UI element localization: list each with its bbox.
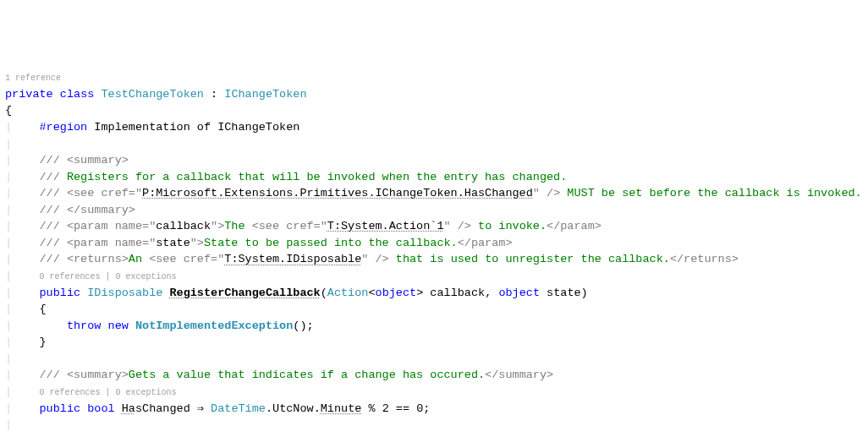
empty-parens: (); bbox=[293, 320, 313, 332]
arrow: ⇒ bbox=[190, 402, 211, 415]
code-editor[interactable]: 1 reference private class TestChangeToke… bbox=[5, 69, 863, 437]
region-directive[interactable]: #region bbox=[40, 121, 88, 134]
type-notimplementedexception: NotImplementedException bbox=[135, 320, 293, 332]
see-close: " /> bbox=[361, 253, 388, 265]
see-open: <see cref=" bbox=[67, 187, 142, 199]
summary-text: MUST be set before the callback is invok… bbox=[560, 187, 861, 199]
codelens-references[interactable]: 0 references | 0 exceptions bbox=[40, 272, 177, 281]
property-haschanged-rest: sChanged bbox=[135, 402, 190, 415]
member-minute: Minute bbox=[321, 402, 362, 415]
property-haschanged: Ha bbox=[122, 402, 135, 415]
keyword-throw: throw bbox=[67, 320, 102, 332]
cref-haschanged[interactable]: P:Microsoft.Extensions.Primitives.IChang… bbox=[142, 187, 533, 199]
xml-doc: /// bbox=[40, 204, 67, 216]
comma: , bbox=[485, 287, 498, 299]
xml-doc: /// bbox=[40, 171, 67, 183]
space bbox=[540, 287, 547, 299]
colon: : bbox=[204, 88, 224, 101]
returns-text: An bbox=[129, 253, 149, 265]
member-utcnow: UtcNow bbox=[272, 402, 314, 415]
param-open: <param name=" bbox=[67, 237, 156, 249]
param-close: </param> bbox=[458, 237, 513, 249]
returns-text: that is used to unregister the callback. bbox=[389, 253, 670, 265]
keyword-object: object bbox=[498, 287, 540, 299]
type-ichangetoken: IChangeToken bbox=[224, 88, 306, 101]
open-brace: { bbox=[5, 104, 12, 117]
param-mid: "> bbox=[211, 220, 224, 232]
xml-summary-open: <summary> bbox=[67, 154, 129, 167]
see-open: <see cref=" bbox=[252, 220, 327, 232]
xml-doc: /// bbox=[40, 220, 67, 232]
codelens-references[interactable]: 0 references | 0 exceptions bbox=[40, 388, 177, 397]
param-text: to invoke. bbox=[471, 220, 547, 232]
xml-doc: /// bbox=[40, 369, 67, 381]
xml-doc: /// bbox=[40, 154, 67, 167]
xml-summary-close: </summary> bbox=[67, 204, 135, 216]
keyword-object: object bbox=[376, 287, 417, 299]
open-brace: { bbox=[40, 303, 47, 315]
param-close: </param> bbox=[547, 220, 602, 232]
type-testchangetoken: TestChangeToken bbox=[101, 88, 204, 101]
rparen: ) bbox=[581, 287, 588, 299]
xml-doc: /// bbox=[40, 187, 67, 199]
type-idisposable: IDisposable bbox=[87, 287, 162, 299]
returns-open: <returns> bbox=[67, 253, 129, 265]
lparen: ( bbox=[321, 287, 327, 299]
dot: . bbox=[266, 402, 272, 415]
param-text: The bbox=[224, 220, 251, 232]
keyword-public: public bbox=[40, 287, 81, 299]
keyword-private: private bbox=[5, 88, 53, 101]
param-name: state bbox=[156, 237, 190, 249]
angle: < bbox=[368, 287, 375, 299]
summary-text: Gets a value that indicates if a change … bbox=[129, 369, 485, 381]
param-open: <param name=" bbox=[67, 220, 156, 232]
param-callback: callback bbox=[430, 287, 485, 299]
xml-summary-close: </summary> bbox=[485, 369, 553, 381]
type-datetime: DateTime bbox=[211, 402, 266, 415]
expression: % 2 == 0; bbox=[361, 402, 430, 415]
see-close: " /> bbox=[444, 220, 471, 232]
type-action: Action bbox=[327, 287, 369, 299]
xml-doc: /// bbox=[40, 237, 67, 249]
param-state: state bbox=[547, 287, 581, 299]
cref-action[interactable]: T:System.Action`1 bbox=[327, 220, 444, 232]
param-mid: "> bbox=[190, 237, 204, 249]
method-registerchangecallback: RegisterChangeCallback bbox=[169, 287, 320, 299]
xml-summary-open: <summary> bbox=[67, 369, 129, 381]
keyword-new: new bbox=[108, 320, 129, 332]
keyword-public: public bbox=[40, 402, 81, 415]
cref-idisposable[interactable]: T:System.IDisposable bbox=[224, 253, 361, 265]
see-open: <see cref=" bbox=[149, 253, 224, 265]
param-name: callback bbox=[156, 220, 211, 232]
summary-text: Registers for a callback that will be in… bbox=[67, 171, 567, 183]
see-close: " /> bbox=[533, 187, 560, 199]
keyword-class: class bbox=[60, 88, 95, 101]
xml-doc: /// bbox=[40, 253, 67, 265]
codelens-top[interactable]: 1 reference bbox=[5, 74, 61, 83]
dot: . bbox=[314, 402, 321, 415]
keyword-bool: bool bbox=[87, 402, 114, 415]
returns-close: </returns> bbox=[670, 253, 739, 265]
param-text: State to be passed into the callback. bbox=[204, 237, 458, 249]
close-brace: } bbox=[40, 336, 47, 348]
region-label: Implementation of IChangeToken bbox=[87, 121, 299, 134]
